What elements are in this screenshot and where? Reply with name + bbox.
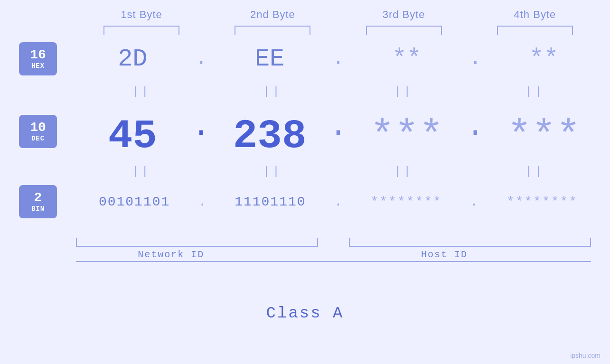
dec-dot3: .: [463, 99, 487, 159]
bracket-cell-4: [469, 26, 601, 35]
bin-badge: 2 BIN: [19, 185, 57, 218]
top-bracket-row: [76, 21, 601, 35]
hex-byte4: **: [529, 45, 558, 73]
eq1-sym3: ||: [394, 85, 413, 98]
dec-section: 10 DEC 45 . 238 . *** . ***: [76, 101, 601, 162]
host-id-label: Host ID: [421, 249, 468, 260]
byte3-label: 3rd Byte: [338, 9, 469, 21]
dec-b1-cell: 45: [76, 113, 189, 159]
bin-byte1: 00101101: [99, 195, 170, 209]
network-id-label: Network ID: [138, 249, 204, 260]
bin-byte4: ********: [507, 195, 578, 209]
network-bracket: [76, 238, 318, 247]
bin-byte3: ********: [370, 195, 441, 209]
dec-badge: 10 DEC: [19, 115, 57, 148]
hex-badge-name: HEX: [31, 62, 45, 70]
bin-badge-number: 2: [34, 191, 42, 205]
eq2-c4: ||: [469, 165, 601, 178]
bin-dot2: .: [329, 195, 348, 209]
bin-byte2: 11101110: [235, 195, 306, 209]
dec-dot1: .: [189, 99, 213, 159]
bracket-4: [497, 26, 573, 35]
eq1-c4: ||: [469, 85, 601, 98]
hex-b4-cell: **: [487, 45, 601, 73]
host-bracket: [349, 238, 591, 247]
hex-byte3: **: [392, 45, 422, 73]
bin-b2-cell: 11101110: [212, 195, 328, 209]
bin-dot1: .: [193, 195, 212, 209]
eq2-c3: ||: [338, 165, 469, 178]
hex-dot2: .: [327, 47, 350, 70]
hex-byte2: EE: [255, 45, 284, 73]
dec-b4-cell: ***: [487, 113, 601, 159]
equals-row-2: || || || ||: [76, 162, 601, 180]
hex-byte1: 2D: [118, 45, 147, 73]
bin-section: 2 BIN 00101101 . 11101110 . ******** . *…: [76, 180, 601, 223]
bin-values-row: 00101101 . 11101110 . ******** . *******…: [76, 195, 601, 209]
bracket-cell-3: [338, 26, 469, 35]
hex-section: 16 HEX 2D . EE . ** . **: [76, 35, 601, 83]
eq1-sym2: ||: [263, 85, 282, 98]
watermark: ipshu.com: [570, 352, 601, 359]
eq1-sym1: ||: [132, 85, 151, 98]
dec-b2-cell: 238: [213, 113, 327, 159]
main-container: 1st Byte 2nd Byte 3rd Byte 4th Byte 16 H…: [0, 0, 610, 364]
hex-dot3: .: [463, 47, 487, 70]
eq2-c2: ||: [207, 165, 338, 178]
eq2-c1: ||: [76, 165, 207, 178]
bin-badge-name: BIN: [31, 205, 45, 213]
eq1-sym4: ||: [525, 85, 544, 98]
eq2-sym2: ||: [263, 165, 282, 178]
dec-byte2: 238: [233, 113, 307, 159]
bin-b1-cell: 00101101: [76, 195, 193, 209]
hex-badge-number: 16: [30, 48, 46, 63]
byte2-label: 2nd Byte: [207, 9, 338, 21]
hex-b1-cell: 2D: [76, 45, 189, 73]
dec-badge-number: 10: [30, 121, 46, 135]
bracket-1: [103, 26, 179, 35]
hex-badge: 16 HEX: [19, 42, 57, 75]
byte1-label: 1st Byte: [76, 9, 207, 21]
dec-byte4: ***: [507, 113, 581, 159]
eq2-sym1: ||: [132, 165, 151, 178]
bracket-cell-1: [76, 26, 207, 35]
dec-byte1: 45: [108, 113, 157, 159]
dec-dot2: .: [327, 99, 350, 159]
eq1-c2: ||: [207, 85, 338, 98]
dec-badge-name: DEC: [31, 135, 45, 142]
hex-dot1: .: [189, 47, 213, 70]
eq2-sym3: ||: [394, 165, 413, 178]
dec-b3-cell: ***: [350, 113, 464, 159]
equals-row-1: || || || ||: [76, 83, 601, 101]
hex-b2-cell: EE: [213, 45, 327, 73]
bin-dot3: .: [465, 195, 484, 209]
header-row: 1st Byte 2nd Byte 3rd Byte 4th Byte: [76, 9, 601, 21]
hex-b3-cell: **: [350, 45, 464, 73]
bracket-3: [366, 26, 442, 35]
byte4-label: 4th Byte: [469, 9, 601, 21]
bracket-cell-2: [207, 26, 338, 35]
bottom-bracket-section: Network ID Host ID: [76, 223, 591, 261]
hex-values-row: 2D . EE . ** . **: [76, 45, 601, 73]
eq1-c3: ||: [338, 85, 469, 98]
bin-b4-cell: ********: [484, 195, 601, 209]
bin-b3-cell: ********: [348, 195, 465, 209]
eq1-c1: ||: [76, 85, 207, 98]
dec-byte3: ***: [370, 113, 443, 159]
dec-values-row: 45 . 238 . *** . ***: [76, 99, 601, 164]
class-label: Class A: [266, 304, 344, 322]
eq2-sym4: ||: [525, 165, 544, 178]
class-row: Class A: [9, 262, 601, 364]
bracket-2: [235, 26, 310, 35]
